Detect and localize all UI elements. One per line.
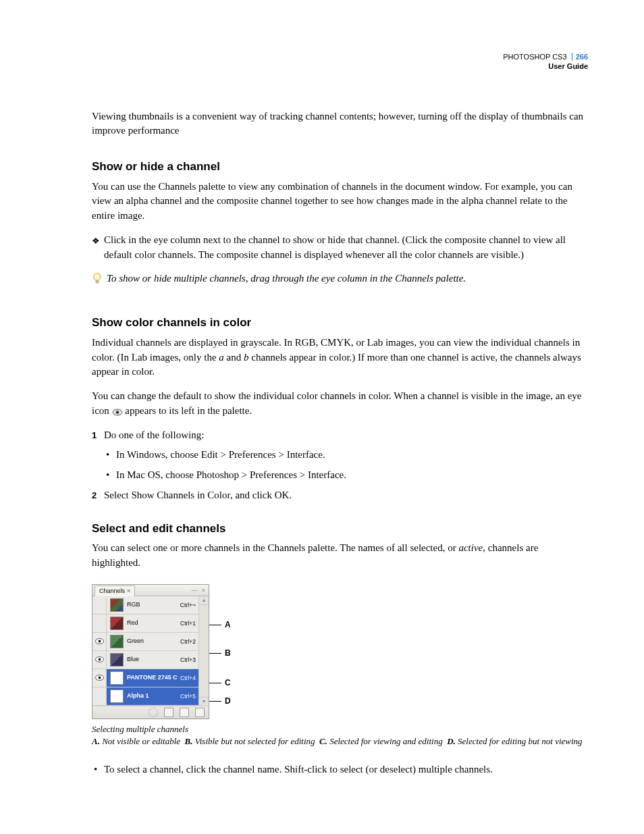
scroll-up-icon[interactable]: ▴ bbox=[199, 596, 209, 605]
channel-shortcut: Ctrl+~ bbox=[180, 601, 198, 609]
scroll-down-icon[interactable]: ▾ bbox=[199, 697, 209, 706]
channel-name: Blue bbox=[127, 655, 180, 664]
visibility-toggle[interactable] bbox=[92, 651, 107, 669]
intro-paragraph: Viewing thumbnails is a convenient way o… bbox=[92, 109, 588, 139]
visibility-toggle[interactable] bbox=[92, 615, 107, 632]
s1-p2: Click in the eye column next to the chan… bbox=[104, 233, 588, 263]
visibility-toggle[interactable] bbox=[92, 687, 107, 705]
s1-tip: To show or hide multiple channels, drag … bbox=[107, 271, 466, 286]
callout-C: C bbox=[225, 677, 231, 689]
channels-palette-figure: Channels × — × RGBCtrl+~RedCtrl+1GreenCt… bbox=[92, 584, 588, 748]
channel-shortcut: Ctrl+1 bbox=[180, 619, 198, 627]
channels-palette: Channels × — × RGBCtrl+~RedCtrl+1GreenCt… bbox=[92, 584, 209, 719]
step-2: Select Show Channels in Color, and click… bbox=[92, 488, 588, 503]
channel-name: Alpha 1 bbox=[127, 692, 180, 700]
svg-point-7 bbox=[98, 658, 101, 661]
sub-windows: In Windows, choose Edit > Preferences > … bbox=[104, 448, 588, 463]
channels-tab[interactable]: Channels × bbox=[95, 585, 135, 596]
product-name: PHOTOSHOP CS3 bbox=[503, 53, 566, 61]
channel-thumbnail bbox=[110, 635, 124, 648]
sub-mac: In Mac OS, choose Photoshop > Preference… bbox=[104, 468, 588, 483]
channel-row-red[interactable]: RedCtrl+1 bbox=[92, 615, 198, 633]
channel-shortcut: Ctrl+3 bbox=[180, 656, 198, 664]
close-icon[interactable]: × bbox=[127, 587, 130, 596]
palette-scrollbar[interactable]: ▴ ▾ bbox=[198, 596, 209, 706]
channel-thumbnail bbox=[110, 598, 124, 612]
channel-row-rgb[interactable]: RGBCtrl+~ bbox=[92, 596, 198, 615]
running-header: PHOTOSHOP CS3 266 User Guide bbox=[92, 53, 588, 72]
lightbulb-icon bbox=[92, 271, 107, 290]
palette-titlebar: Channels × — × bbox=[92, 585, 209, 596]
s2-p2: You can change the default to show the i… bbox=[92, 389, 588, 419]
channel-row-alpha-1[interactable]: Alpha 1Ctrl+5 bbox=[92, 687, 198, 706]
callout-D: D bbox=[225, 696, 231, 707]
step-1: Do one of the following: In Windows, cho… bbox=[92, 428, 588, 483]
channel-shortcut: Ctrl+2 bbox=[180, 637, 198, 646]
svg-point-3 bbox=[115, 411, 119, 414]
heading-show-hide: Show or hide a channel bbox=[92, 159, 588, 176]
svg-rect-1 bbox=[96, 280, 99, 283]
channel-row-pantone-2745-c[interactable]: PANTONE 2745 CCtrl+4 bbox=[92, 669, 198, 687]
heading-color-channels: Show color channels in color bbox=[92, 315, 588, 332]
channel-name: RGB bbox=[127, 600, 180, 609]
callout-B: B bbox=[225, 648, 231, 659]
s1-p1: You can use the Channels palette to view… bbox=[92, 180, 588, 224]
channel-name: PANTONE 2745 C bbox=[127, 673, 180, 682]
channel-name: Green bbox=[127, 637, 180, 646]
guide-label: User Guide bbox=[548, 62, 588, 70]
palette-footer bbox=[92, 706, 209, 719]
save-selection-icon[interactable] bbox=[164, 708, 173, 717]
channel-row-blue[interactable]: BlueCtrl+3 bbox=[92, 651, 198, 669]
palette-window-buttons[interactable]: — × bbox=[191, 586, 207, 595]
caption-title: Selecting multiple channels bbox=[92, 723, 588, 735]
channel-shortcut: Ctrl+5 bbox=[180, 692, 198, 700]
heading-select-edit: Select and edit channels bbox=[92, 521, 588, 538]
visibility-toggle[interactable] bbox=[92, 633, 107, 650]
s3-p1: You can select one or more channels in t… bbox=[92, 541, 588, 571]
diamond-bullet-icon: ❖ bbox=[92, 233, 104, 272]
svg-point-9 bbox=[98, 677, 101, 679]
s2-p1: Individual channels are displayed in gra… bbox=[92, 336, 588, 380]
channel-name: Red bbox=[127, 619, 180, 627]
channel-thumbnail bbox=[110, 689, 124, 703]
page-number: 266 bbox=[572, 53, 588, 61]
visibility-toggle[interactable] bbox=[92, 669, 107, 687]
new-channel-icon[interactable] bbox=[180, 708, 189, 717]
s3-bullet: To select a channel, click the channel n… bbox=[92, 762, 588, 777]
load-selection-icon[interactable] bbox=[149, 708, 158, 717]
channel-row-green[interactable]: GreenCtrl+2 bbox=[92, 633, 198, 651]
visibility-toggle[interactable] bbox=[92, 596, 107, 614]
eye-icon bbox=[112, 405, 123, 416]
figure-caption: Selecting multiple channels A. Not visib… bbox=[92, 723, 588, 748]
channel-thumbnail bbox=[110, 653, 124, 667]
channel-thumbnail bbox=[110, 671, 124, 685]
channel-thumbnail bbox=[110, 617, 124, 630]
channel-shortcut: Ctrl+4 bbox=[180, 674, 198, 682]
svg-point-5 bbox=[98, 640, 101, 643]
trash-icon[interactable] bbox=[195, 708, 205, 717]
callout-column: A B C D bbox=[209, 584, 236, 719]
callout-A: A bbox=[225, 619, 231, 631]
tab-label: Channels bbox=[99, 587, 125, 596]
